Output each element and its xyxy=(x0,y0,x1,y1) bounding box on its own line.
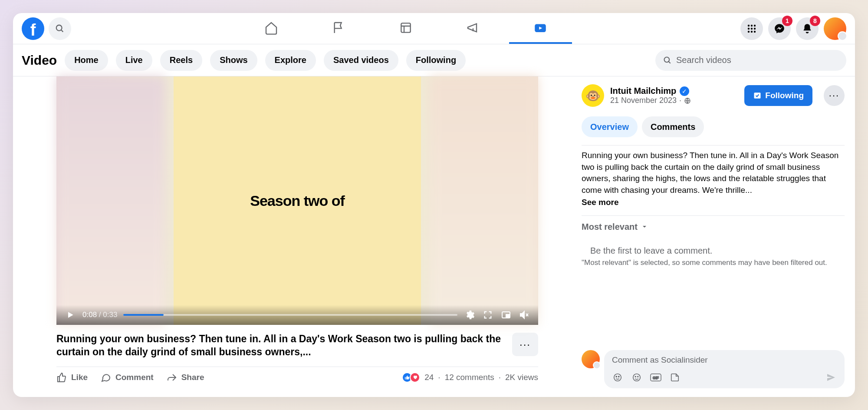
nav-home[interactable] xyxy=(240,13,303,44)
pip-icon xyxy=(501,310,511,320)
comment-tool-row: GIF xyxy=(612,372,837,383)
video-icon xyxy=(533,20,548,35)
pip-button[interactable] xyxy=(500,310,512,320)
filter-live[interactable]: Live xyxy=(116,50,152,71)
nav-flag[interactable] xyxy=(307,13,370,44)
mute-button[interactable] xyxy=(518,310,530,320)
svg-rect-2 xyxy=(401,23,410,32)
svg-point-5 xyxy=(751,24,753,26)
comments-count[interactable]: 12 comments xyxy=(445,373,494,382)
caption-more-button[interactable]: ··· xyxy=(512,333,538,356)
filter-shows[interactable]: Shows xyxy=(210,50,257,71)
following-button[interactable]: Following xyxy=(744,85,812,106)
notifications-badge: 8 xyxy=(810,16,820,26)
page-name[interactable]: Intuit Mailchimp xyxy=(610,86,676,96)
reaction-icons[interactable] xyxy=(402,372,420,383)
sticker-button[interactable] xyxy=(669,372,681,383)
filter-saved[interactable]: Saved videos xyxy=(324,50,398,71)
video-column: Season two of 0:08 / 0:33 xyxy=(13,76,582,397)
video-player[interactable]: Season two of 0:08 / 0:33 xyxy=(56,76,538,325)
see-more-button[interactable]: See more xyxy=(582,197,845,208)
gear-icon xyxy=(464,310,475,320)
grid-icon xyxy=(746,23,757,34)
gif-button[interactable]: GIF xyxy=(650,372,661,383)
post-description: Running your own business? Then tune in.… xyxy=(582,151,838,195)
filter-following[interactable]: Following xyxy=(406,50,466,71)
gif-icon: GIF xyxy=(650,373,661,382)
commenter-avatar[interactable] xyxy=(582,350,600,368)
comment-input-wrap[interactable]: Comment as Socialinsider GIF xyxy=(604,350,845,388)
following-icon xyxy=(753,91,762,100)
emoji-icon xyxy=(632,373,641,382)
love-reaction-icon xyxy=(410,372,420,383)
comment-button[interactable]: Comment xyxy=(101,372,154,383)
nav-ads[interactable] xyxy=(442,13,505,44)
play-button[interactable] xyxy=(64,311,76,319)
action-row: Like Comment Share xyxy=(56,367,538,388)
post-date[interactable]: 21 November 2023 · xyxy=(610,96,691,105)
avatar-sticker-icon xyxy=(613,373,622,382)
top-navbar: f 1 xyxy=(13,13,855,44)
svg-line-1 xyxy=(61,30,63,32)
account-avatar[interactable] xyxy=(824,17,846,40)
top-nav-right: 1 8 xyxy=(740,17,846,40)
menu-grid-button[interactable] xyxy=(740,17,763,40)
filter-explore[interactable]: Explore xyxy=(265,50,316,71)
svg-point-11 xyxy=(751,30,753,32)
flag-icon xyxy=(332,21,345,35)
store-icon xyxy=(399,21,413,35)
like-button[interactable]: Like xyxy=(56,372,88,383)
progress-fill xyxy=(123,314,163,316)
volume-mute-icon xyxy=(519,310,529,320)
svg-point-20 xyxy=(616,376,617,377)
video-search-input[interactable]: Search videos xyxy=(655,50,846,71)
global-search-button[interactable] xyxy=(49,17,71,40)
comment-icon xyxy=(101,372,111,383)
empty-comments-text: Be the first to leave a comment. xyxy=(582,246,845,256)
progress-bar[interactable] xyxy=(123,314,457,316)
page-avatar[interactable]: 🐵 xyxy=(582,84,604,107)
svg-point-12 xyxy=(754,30,756,32)
tab-overview[interactable]: Overview xyxy=(582,116,638,137)
comment-sort[interactable]: Most relevant xyxy=(582,222,845,232)
avatar-sticker-button[interactable] xyxy=(612,372,623,383)
megaphone-icon xyxy=(466,21,480,35)
globe-icon xyxy=(684,97,691,104)
fullscreen-button[interactable] xyxy=(482,310,494,320)
reaction-count[interactable]: 24 xyxy=(424,373,434,382)
nav-video[interactable] xyxy=(509,13,572,44)
svg-point-0 xyxy=(56,25,62,30)
svg-point-4 xyxy=(748,24,750,26)
svg-point-8 xyxy=(751,27,753,29)
messenger-badge: 1 xyxy=(782,16,792,26)
send-button[interactable] xyxy=(825,372,837,383)
facebook-logo[interactable]: f xyxy=(22,17,44,40)
svg-rect-16 xyxy=(506,314,509,317)
svg-point-7 xyxy=(748,27,750,29)
settings-button[interactable] xyxy=(464,310,476,320)
filter-note: "Most relevant" is selected, so some com… xyxy=(582,258,845,267)
svg-text:GIF: GIF xyxy=(653,376,659,380)
content: Season two of 0:08 / 0:33 xyxy=(13,76,855,397)
expand-icon xyxy=(483,310,493,320)
video-frame: Season two of xyxy=(174,76,421,325)
share-button[interactable]: Share xyxy=(167,372,204,383)
tab-comments[interactable]: Comments xyxy=(642,116,704,137)
filter-home[interactable]: Home xyxy=(65,50,108,71)
video-caption: Running your own business? Then tune in.… xyxy=(56,333,505,359)
emoji-button[interactable] xyxy=(631,372,642,383)
post-stats: 24 · 12 comments · 2K views xyxy=(402,372,538,383)
video-blur-left xyxy=(56,76,165,325)
svg-point-19 xyxy=(614,374,621,381)
svg-point-21 xyxy=(618,376,619,377)
notifications-button[interactable]: 8 xyxy=(796,17,819,40)
svg-point-10 xyxy=(748,30,750,32)
share-icon xyxy=(167,372,177,383)
like-icon xyxy=(56,372,67,383)
nav-marketplace[interactable] xyxy=(375,13,437,44)
post-options-button[interactable]: ··· xyxy=(824,85,845,106)
messenger-button[interactable]: 1 xyxy=(768,17,791,40)
send-icon xyxy=(826,372,836,383)
comment-input[interactable]: Comment as Socialinsider xyxy=(612,355,837,367)
filter-reels[interactable]: Reels xyxy=(160,50,202,71)
